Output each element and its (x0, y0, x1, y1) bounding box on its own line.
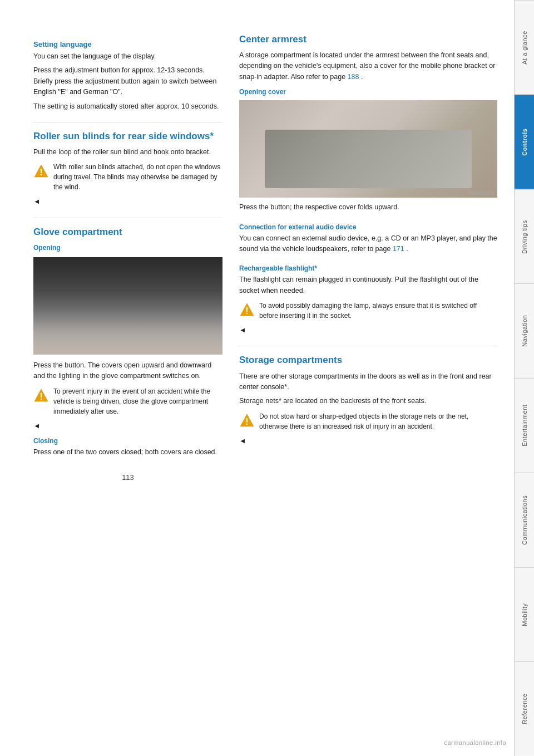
left-column: Setting language You can set the languag… (33, 33, 222, 734)
roller-sun-blinds-body: Pull the loop of the roller sun blind an… (33, 147, 222, 158)
glove-compartment-title: Glove compartment (33, 226, 222, 238)
glove-warning-box: ! To prevent injury in the event of an a… (33, 386, 222, 416)
center-armrest-body: A storage compartment is located under t… (239, 50, 497, 82)
svg-text:!: ! (39, 168, 42, 177)
flashlight-warning-text: To avoid possibly damaging the lamp, alw… (259, 301, 497, 321)
divider3 (239, 346, 497, 346)
glove-closing-body: Press one of the two covers closed; both… (33, 447, 222, 458)
glove-compartment-section: Glove compartment Opening Press the butt… (33, 226, 222, 458)
rechargeable-flashlight-section: Rechargeable flashlight* The flashlight … (239, 264, 497, 336)
setting-language-body1: You can set the language of the display. (33, 51, 222, 62)
connection-audio-title: Connection for external audio device (239, 223, 497, 231)
sidebar-tab-entertainment[interactable]: Entertainment (515, 378, 534, 473)
flashlight-warning-icon: ! (239, 302, 255, 317)
divider1 (33, 122, 222, 122)
storage-compartments-body2: Storage nets* are located on the backres… (239, 396, 497, 406)
right-column: Center armrest A storage compartment is … (239, 33, 497, 734)
glove-closing-title: Closing (33, 437, 222, 445)
page-number: 113 (33, 468, 222, 487)
divider2 (33, 218, 222, 218)
center-armrest-body-text: A storage compartment is located under t… (239, 51, 495, 81)
sidebar-tab-mobility[interactable]: Mobility (515, 567, 534, 662)
flashlight-end: ◄ (239, 325, 497, 336)
storage-warning-text: Do not stow hard or sharp-edged objects … (259, 411, 497, 431)
glove-warning-text: To prevent injury in the event of an acc… (53, 386, 222, 416)
connection-audio-body-text: You can connect an external audio device… (239, 234, 497, 253)
storage-warning-icon: ! (239, 413, 255, 428)
storage-end: ◄ (239, 436, 497, 446)
flashlight-title: Rechargeable flashlight* (239, 264, 497, 272)
roller-sun-blinds-title: Roller sun blinds for rear side windows* (33, 130, 222, 143)
roller-sun-blinds-warning-text: With roller sun blinds attached, do not … (53, 162, 222, 192)
setting-language-section: Setting language You can set the languag… (33, 40, 222, 112)
setting-language-title: Setting language (33, 40, 222, 48)
sidebar-tab-at-a-glance[interactable]: At a glance (515, 0, 534, 95)
opening-cover-title: Opening cover (239, 88, 497, 96)
roller-sun-blinds-section: Roller sun blinds for rear side windows*… (33, 130, 222, 208)
glove-image-inner (33, 257, 222, 355)
connection-audio-section: Connection for external audio device You… (239, 223, 497, 255)
sidebar-tab-reference[interactable]: Reference (515, 661, 534, 756)
opening-cover-body: Press the button; the respective cover f… (239, 202, 497, 213)
center-armrest-page-link[interactable]: 188 (348, 73, 359, 81)
center-armrest-section: Center armrest A storage compartment is … (239, 33, 497, 213)
sidebar-tab-navigation[interactable]: Navigation (515, 283, 534, 378)
svg-text:!: ! (39, 392, 42, 401)
page-container: Setting language You can set the languag… (0, 0, 534, 756)
roller-sun-blinds-end: ◄ (33, 197, 222, 207)
roller-sun-blinds-warning-box: ! With roller sun blinds attached, do no… (33, 162, 222, 192)
sidebar-tab-communications[interactable]: Communications (515, 473, 534, 567)
storage-compartments-body1: There are other storage compartments in … (239, 371, 497, 393)
storage-warning-box: ! Do not stow hard or sharp-edged object… (239, 411, 497, 431)
connection-audio-body: You can connect an external audio device… (239, 233, 497, 255)
glove-opening-title: Opening (33, 244, 222, 252)
warning-triangle-icon: ! (33, 163, 49, 179)
flashlight-body: The flashlight can remain plugged in con… (239, 274, 497, 296)
center-armrest-title: Center armrest (239, 33, 497, 46)
sidebar-tab-driving-tips[interactable]: Driving tips (515, 189, 534, 284)
armrest-image-inner (239, 100, 497, 198)
storage-compartments-section: Storage compartments There are other sto… (239, 354, 497, 446)
glove-warning-icon: ! (33, 387, 49, 403)
glove-opening-end: ◄ (33, 421, 222, 431)
storage-compartments-title: Storage compartments (239, 354, 497, 366)
connection-audio-page-link[interactable]: 171 (393, 245, 404, 253)
flashlight-warning-box: ! To avoid possibly damaging the lamp, a… (239, 301, 497, 321)
connection-audio-body-end: . (406, 245, 408, 253)
svg-text:!: ! (245, 417, 248, 426)
sidebar: At a glance Controls Driving tips Naviga… (514, 0, 534, 756)
glove-opening-body: Press the button. The covers open upward… (33, 360, 222, 382)
svg-text:!: ! (245, 306, 248, 316)
main-content: Setting language You can set the languag… (0, 0, 514, 756)
armrest-image: S900/00075 (239, 100, 497, 198)
glove-compartment-image (33, 257, 222, 355)
setting-language-body2: Press the adjustment button for approx. … (33, 65, 222, 97)
armrest-image-credit: S900/00075 (467, 190, 495, 196)
watermark: carmanualonline.info (444, 739, 506, 746)
center-armrest-body-end: . (361, 73, 363, 81)
sidebar-tab-controls[interactable]: Controls (515, 95, 534, 189)
setting-language-body3: The setting is automatically stored afte… (33, 101, 222, 112)
